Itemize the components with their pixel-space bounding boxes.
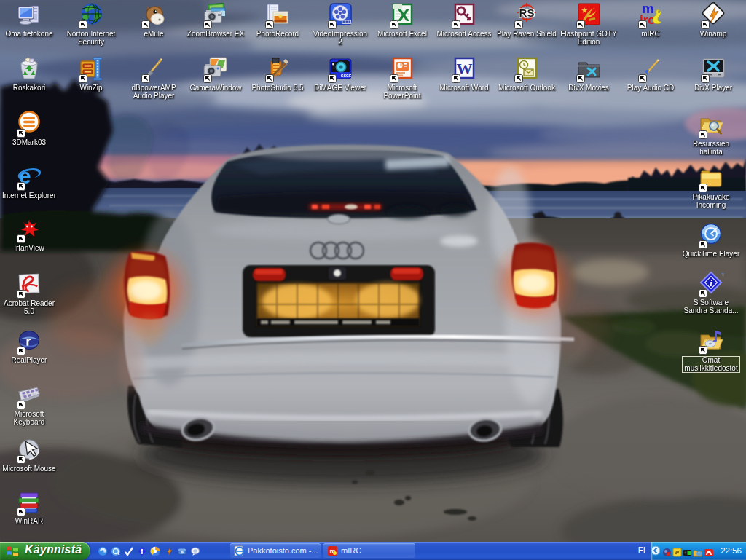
svg-text:GSGE: GSGE	[341, 74, 352, 78]
svg-text:i: i	[710, 277, 712, 288]
svg-text:TM: TM	[721, 272, 724, 277]
svg-text:RS: RS	[519, 7, 535, 19]
